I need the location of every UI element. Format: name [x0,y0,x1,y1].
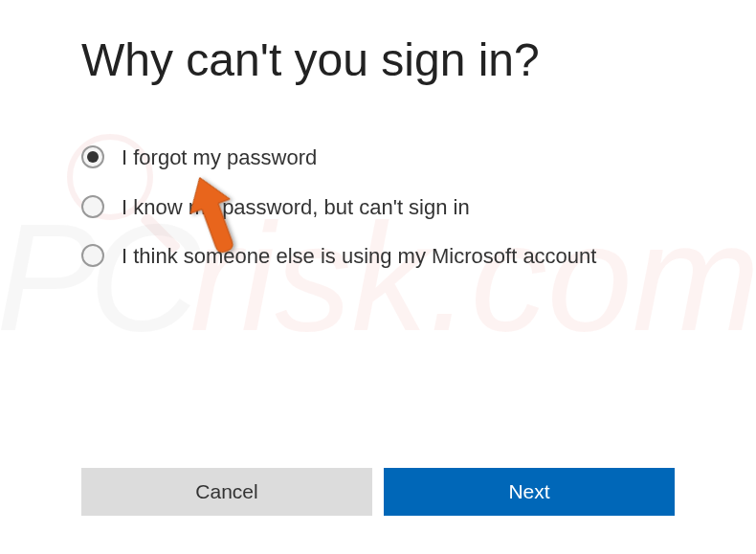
radio-label: I know my password, but can't sign in [122,193,470,222]
radio-label: I forgot my password [122,144,317,172]
radio-option-forgot-password[interactable]: I forgot my password [81,144,675,172]
dialog-container: Why can't you sign in? I forgot my passw… [0,0,756,554]
next-button[interactable]: Next [384,468,675,516]
radio-option-account-compromised[interactable]: I think someone else is using my Microso… [81,242,675,271]
cancel-button[interactable]: Cancel [81,468,372,516]
radio-icon [81,244,104,267]
page-title: Why can't you sign in? [81,33,675,86]
radio-label: I think someone else is using my Microso… [122,242,596,271]
radio-group: I forgot my password I know my password,… [81,144,675,271]
radio-option-know-password[interactable]: I know my password, but can't sign in [81,193,675,222]
radio-icon [81,195,104,218]
radio-icon [81,145,104,168]
button-row: Cancel Next [81,468,675,516]
